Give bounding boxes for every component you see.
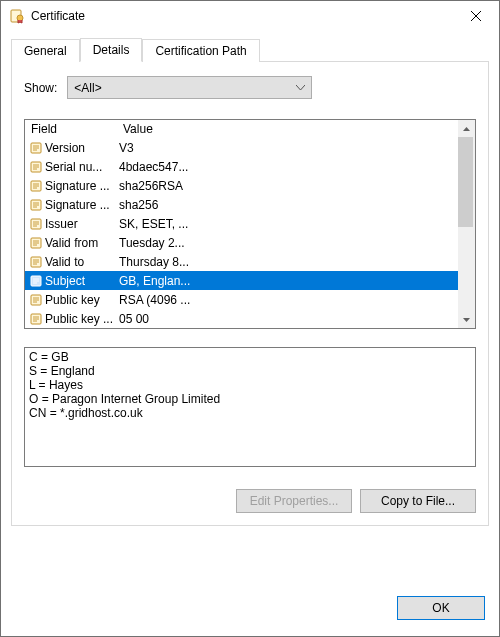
row-field: Valid to (45, 255, 84, 269)
row-field: Serial nu... (45, 160, 102, 174)
close-icon (471, 11, 481, 21)
cert-field-icon (29, 141, 42, 154)
close-button[interactable] (453, 1, 499, 31)
cert-field-icon (29, 274, 42, 287)
certificate-fields-list[interactable]: Field Value VersionV3Serial nu...4bdaec5… (24, 119, 476, 329)
row-field: Subject (45, 274, 85, 288)
show-filter-value: <All> (74, 81, 101, 95)
table-row[interactable]: Signature ...sha256 (25, 195, 458, 214)
table-row[interactable]: Public keyRSA (4096 ... (25, 290, 458, 309)
row-field: Signature ... (45, 198, 110, 212)
tab-general[interactable]: General (11, 39, 80, 62)
row-value: SK, ESET, ... (119, 217, 456, 231)
cert-field-icon (29, 160, 42, 173)
table-row[interactable]: IssuerSK, ESET, ... (25, 214, 458, 233)
scroll-thumb[interactable] (458, 137, 473, 227)
row-field: Issuer (45, 217, 78, 231)
cert-field-icon (29, 198, 42, 211)
row-value: sha256 (119, 198, 456, 212)
tab-details[interactable]: Details (80, 38, 143, 62)
dialog-content: General Details Certification Path Show:… (1, 31, 499, 582)
show-label: Show: (24, 81, 57, 95)
tabstrip: General Details Certification Path (11, 37, 489, 61)
header-field[interactable]: Field (25, 120, 117, 138)
row-field: Valid from (45, 236, 98, 250)
row-value: sha256RSA (119, 179, 456, 193)
titlebar: Certificate (1, 1, 499, 31)
row-value: Tuesday 2... (119, 236, 456, 250)
cert-field-icon (29, 293, 42, 306)
table-row[interactable]: SubjectGB, Englan... (25, 271, 458, 290)
row-field: Public key ... (45, 312, 113, 326)
tab-certification-path[interactable]: Certification Path (142, 39, 259, 62)
copy-to-file-button[interactable]: Copy to File... (360, 489, 476, 513)
cert-field-icon (29, 179, 42, 192)
scroll-up-button[interactable] (458, 120, 475, 137)
row-field: Signature ... (45, 179, 110, 193)
scrollbar[interactable] (458, 120, 475, 328)
row-value: GB, Englan... (119, 274, 456, 288)
row-value: 05 00 (119, 312, 456, 326)
list-header: Field Value (25, 120, 458, 138)
row-field: Public key (45, 293, 100, 307)
table-row[interactable]: Signature ...sha256RSA (25, 176, 458, 195)
table-row[interactable]: Valid fromTuesday 2... (25, 233, 458, 252)
cert-field-icon (29, 255, 42, 268)
cert-field-icon (29, 236, 42, 249)
header-value[interactable]: Value (117, 120, 458, 138)
row-value: V3 (119, 141, 456, 155)
row-value: Thursday 8... (119, 255, 456, 269)
table-row[interactable]: Serial nu...4bdaec547... (25, 157, 458, 176)
chevron-down-icon (296, 85, 305, 91)
table-row[interactable]: VersionV3 (25, 138, 458, 157)
certificate-icon (9, 8, 25, 24)
row-field: Version (45, 141, 85, 155)
row-value: RSA (4096 ... (119, 293, 456, 307)
scroll-down-button[interactable] (458, 311, 475, 328)
edit-properties-button: Edit Properties... (236, 489, 352, 513)
field-detail-text[interactable]: C = GB S = England L = Hayes O = Paragon… (24, 347, 476, 467)
tab-body-details: Show: <All> Field Value Versi (11, 61, 489, 526)
show-filter-combo[interactable]: <All> (67, 76, 312, 99)
dialog-footer: OK (1, 582, 499, 636)
ok-button[interactable]: OK (397, 596, 485, 620)
row-value: 4bdaec547... (119, 160, 456, 174)
certificate-dialog: Certificate General Details Certificatio… (0, 0, 500, 637)
cert-field-icon (29, 217, 42, 230)
table-row[interactable]: Public key ...05 00 (25, 309, 458, 328)
cert-field-icon (29, 312, 42, 325)
window-title: Certificate (31, 9, 453, 23)
table-row[interactable]: Valid toThursday 8... (25, 252, 458, 271)
